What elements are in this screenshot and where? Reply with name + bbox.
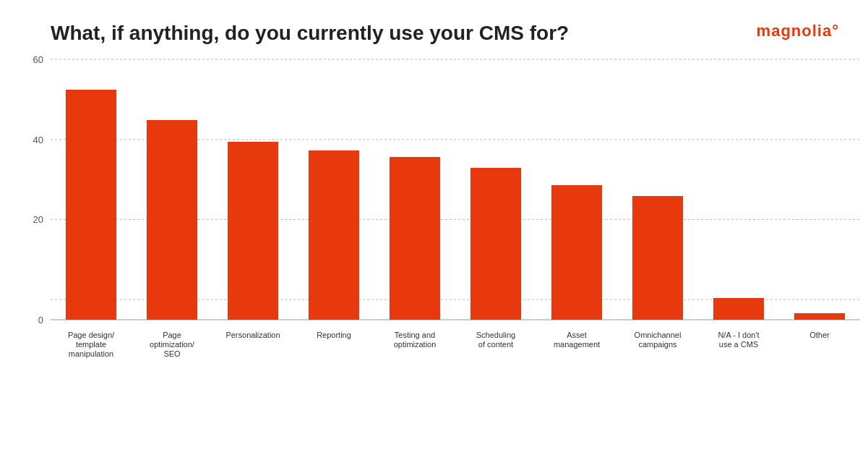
svg-text:template: template	[76, 340, 106, 349]
svg-text:Asset: Asset	[567, 331, 587, 339]
svg-text:0: 0	[38, 315, 43, 326]
chart-container: What, if anything, do you currently use …	[0, 0, 868, 455]
svg-text:management: management	[554, 340, 600, 349]
svg-text:optimization/: optimization/	[150, 340, 195, 349]
svg-text:N/A - I don't: N/A - I don't	[718, 331, 759, 339]
svg-text:Personalization: Personalization	[225, 331, 280, 339]
svg-text:Page: Page	[163, 331, 181, 339]
bar-page-optimization	[147, 120, 197, 320]
chart-svg: 60 40 20 0 Page design/ template manipul…	[14, 59, 839, 320]
svg-text:use a CMS: use a CMS	[719, 340, 758, 349]
bar-omnichannel	[632, 196, 683, 320]
chart-area: 60 40 20 0 Page design/ template manipul…	[51, 59, 839, 370]
bar-na	[713, 298, 764, 320]
svg-text:manipulation: manipulation	[69, 349, 113, 358]
svg-text:SEO: SEO	[163, 349, 181, 358]
chart-title: What, if anything, do you currently use …	[51, 22, 839, 45]
svg-text:40: 40	[33, 135, 43, 145]
svg-text:20: 20	[33, 214, 43, 225]
brand-dot: °	[832, 22, 839, 40]
bar-asset-management	[551, 185, 602, 320]
svg-text:campaigns: campaigns	[638, 340, 677, 349]
bar-page-design	[66, 90, 116, 320]
svg-text:Other: Other	[809, 331, 830, 339]
brand-logo: magnolia°	[757, 22, 839, 41]
bar-scheduling	[470, 168, 521, 320]
svg-text:Testing and: Testing and	[395, 331, 435, 339]
svg-text:Reporting: Reporting	[317, 331, 351, 339]
svg-text:60: 60	[33, 54, 43, 65]
svg-text:of content: of content	[478, 340, 513, 349]
svg-text:Page design/: Page design/	[68, 331, 115, 339]
svg-text:Scheduling: Scheduling	[476, 331, 515, 339]
brand-text: magnolia	[757, 22, 833, 40]
svg-text:Omnichannel: Omnichannel	[635, 331, 682, 339]
svg-text:optimization: optimization	[394, 340, 437, 349]
bar-personalization	[228, 142, 278, 320]
bar-testing	[390, 157, 440, 320]
bar-reporting	[309, 150, 359, 320]
bar-other	[794, 313, 845, 320]
